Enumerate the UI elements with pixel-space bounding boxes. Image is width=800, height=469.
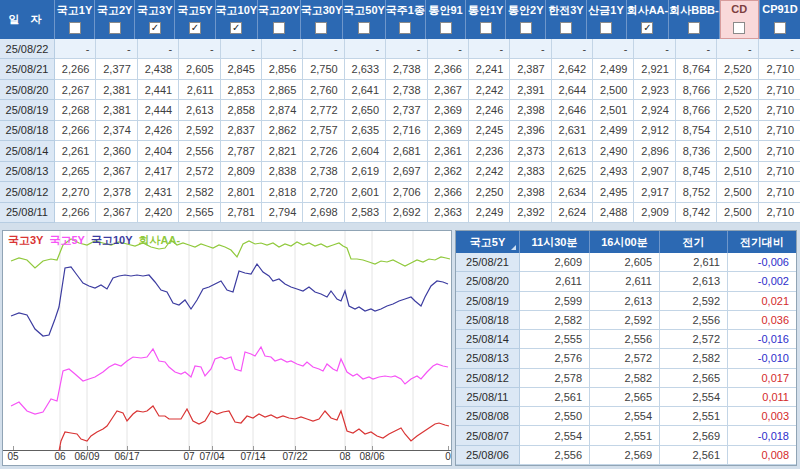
table-row[interactable]: 25/08/192,2682,3812,4442,6132,8582,8742,… <box>0 100 800 120</box>
column-header-ktb-3y[interactable]: 국고3Y✓ <box>135 0 175 39</box>
column-label: 회사AA- <box>627 3 669 18</box>
yield-cell-ktb-1y: 2,266 <box>55 121 96 141</box>
detail-table-row[interactable]: 25/08/182,5822,5922,5560,036 <box>456 311 796 330</box>
table-row[interactable]: 25/08/182,2662,3742,4262,5922,8372,8622,… <box>0 121 800 141</box>
yield-cell-kdb-1y: 2,490 <box>593 141 634 161</box>
column-checkbox-ktb-5y[interactable]: ✓ <box>189 22 201 34</box>
column-header-ktb-1y[interactable]: 국고1Y <box>55 0 95 39</box>
detail-date-cell: 25/08/19 <box>456 292 520 311</box>
table-row[interactable]: 25/08/22------------------ <box>0 39 800 59</box>
detail-table-row[interactable]: 25/08/132,5762,5722,582-0,010 <box>456 349 796 368</box>
yield-cell-corp-bbb: 8,766 <box>676 80 717 100</box>
column-checkbox-kepco-3y[interactable] <box>560 22 572 34</box>
yield-cell-ktb-1y: 2,270 <box>55 182 96 202</box>
column-header-msb-1y[interactable]: 통안1Y <box>466 0 506 39</box>
detail-date-cell: 25/08/06 <box>456 446 520 465</box>
table-row[interactable]: 25/08/132,2652,3672,4172,5722,8092,8382,… <box>0 162 800 182</box>
date-cell: 25/08/21 <box>0 59 55 79</box>
detail-column-header-4[interactable]: 전기대비 <box>728 231 796 253</box>
column-header-kdb-1y[interactable]: 산금1Y <box>587 0 627 39</box>
column-checkbox-msb-91d[interactable] <box>440 22 452 34</box>
date-cell: 25/08/13 <box>0 162 55 182</box>
column-header-ktb-50y[interactable]: 국고50Y <box>343 0 386 39</box>
table-row[interactable]: 25/08/112,2662,3672,4202,5652,7812,7942,… <box>0 203 800 223</box>
column-header-corp-aa[interactable]: 회사AA-✓ <box>627 0 670 39</box>
yield-cell-msb-1y: 2,250 <box>469 182 510 202</box>
detail-column-header-1[interactable]: 11시30분 <box>520 231 590 253</box>
column-header-msb-91d[interactable]: 통안91 <box>426 0 466 39</box>
column-checkbox-ktb-10y[interactable]: ✓ <box>230 22 242 34</box>
date-cell: 25/08/14 <box>0 141 55 161</box>
prev-close-cell: 2,554 <box>660 388 728 407</box>
prev-close-cell: 2,572 <box>660 330 728 349</box>
column-checkbox-ktb-1y[interactable] <box>69 22 81 34</box>
x-tick-label: 06/17 <box>114 451 139 462</box>
detail-table-row[interactable]: 25/08/072,5542,5512,569-0,018 <box>456 426 796 445</box>
column-header-ktb-5y[interactable]: 국고5Y✓ <box>175 0 215 39</box>
detail-date-cell: 25/08/08 <box>456 407 520 426</box>
column-header-nhb-1[interactable]: 국주1종 <box>386 0 426 39</box>
yield-cell-ktb-5y: 2,605 <box>179 59 220 79</box>
column-checkbox-nhb-1[interactable] <box>399 22 411 34</box>
detail-table-row[interactable]: 25/08/112,5612,5652,5540,011 <box>456 388 796 407</box>
yield-cell-kepco-3y: 2,631 <box>552 121 593 141</box>
detail-table-row[interactable]: 25/08/212,6092,6052,611-0,006 <box>456 253 796 272</box>
yield-cell-ktb-3y: 2,444 <box>138 100 179 120</box>
column-checkbox-ktb-50y[interactable] <box>358 22 370 34</box>
column-header-cp-91d[interactable]: CP91D <box>760 0 800 39</box>
detail-table-row[interactable]: 25/08/202,6112,6112,613-0,002 <box>456 272 796 291</box>
yield-line-chart <box>3 231 451 452</box>
column-checkbox-corp-bbb[interactable] <box>688 22 700 34</box>
column-header-corp-bbb[interactable]: 회사BBB- <box>669 0 720 39</box>
column-checkbox-msb-2y[interactable] <box>520 22 532 34</box>
column-checkbox-ktb-2y[interactable] <box>109 22 121 34</box>
column-header-ktb-30y[interactable]: 국고30Y <box>301 0 344 39</box>
table-row[interactable]: 25/08/202,2672,3812,4412,6112,8532,8652,… <box>0 80 800 100</box>
x-tick-label: 07/22 <box>282 451 307 462</box>
yield-cell-nhb-1: 2,692 <box>386 203 427 223</box>
value-1130-cell: 2,578 <box>520 369 590 388</box>
detail-column-header-3[interactable]: 전기 <box>660 231 728 253</box>
column-checkbox-corp-aa[interactable]: ✓ <box>641 22 653 34</box>
yield-cell-ktb-1y: - <box>55 39 96 59</box>
yield-cell-ktb-10y: 2,787 <box>221 141 262 161</box>
column-header-cd[interactable]: CD <box>720 0 760 39</box>
prev-close-cell: 2,611 <box>660 253 728 272</box>
column-header-msb-2y[interactable]: 통안2Y <box>506 0 546 39</box>
column-checkbox-cd[interactable] <box>733 22 745 34</box>
detail-column-header-2[interactable]: 16시00분 <box>590 231 660 253</box>
ktb5y-table-body: 25/08/212,6092,6052,611-0,00625/08/202,6… <box>456 253 796 465</box>
yield-cell-ktb-20y: 2,818 <box>262 182 303 202</box>
column-checkbox-kdb-1y[interactable] <box>600 22 612 34</box>
yield-cell-msb-91d: 2,366 <box>428 182 469 202</box>
change-cell: 0,017 <box>728 369 796 388</box>
column-checkbox-ktb-20y[interactable] <box>273 22 285 34</box>
yield-cell-ktb-3y: 2,417 <box>138 162 179 182</box>
column-header-kepco-3y[interactable]: 한전3Y <box>546 0 586 39</box>
detail-column-label: 국고5Y <box>470 235 505 250</box>
column-checkbox-ktb-3y[interactable]: ✓ <box>149 22 161 34</box>
detail-table-row[interactable]: 25/08/192,5992,6132,5920,021 <box>456 292 796 311</box>
column-header-ktb-2y[interactable]: 국고2Y <box>95 0 135 39</box>
column-checkbox-msb-1y[interactable] <box>480 22 492 34</box>
column-checkbox-ktb-30y[interactable] <box>315 22 327 34</box>
yield-cell-ktb-1y: 2,265 <box>55 162 96 182</box>
detail-table-row[interactable]: 25/08/062,5562,5692,5610,008 <box>456 446 796 465</box>
date-cell: 25/08/19 <box>0 100 55 120</box>
detail-table-row[interactable]: 25/08/142,5552,5562,572-0,016 <box>456 330 796 349</box>
yield-cell-ktb-50y: 2,635 <box>345 121 386 141</box>
column-header-ktb-10y[interactable]: 국고10Y✓ <box>216 0 259 39</box>
detail-column-header-0[interactable]: 국고5Y <box>456 231 520 253</box>
column-label: 산금1Y <box>588 3 623 18</box>
yield-cell-msb-1y: - <box>469 39 510 59</box>
date-cell: 25/08/18 <box>0 121 55 141</box>
column-header-ktb-20y[interactable]: 국고20Y <box>258 0 301 39</box>
table-row[interactable]: 25/08/142,2612,3602,4042,5562,7872,8212,… <box>0 141 800 161</box>
column-checkbox-cp-91d[interactable] <box>774 22 786 34</box>
detail-table-row[interactable]: 25/08/082,5502,5542,5510,003 <box>456 407 796 426</box>
column-label: 국고1Y <box>57 3 92 18</box>
yield-cell-nhb-1: 2,697 <box>386 162 427 182</box>
detail-table-row[interactable]: 25/08/122,5782,5822,5650,017 <box>456 369 796 388</box>
table-row[interactable]: 25/08/212,2662,3772,4382,6052,8452,8562,… <box>0 59 800 79</box>
table-row[interactable]: 25/08/122,2702,3782,4312,5822,8012,8182,… <box>0 182 800 202</box>
